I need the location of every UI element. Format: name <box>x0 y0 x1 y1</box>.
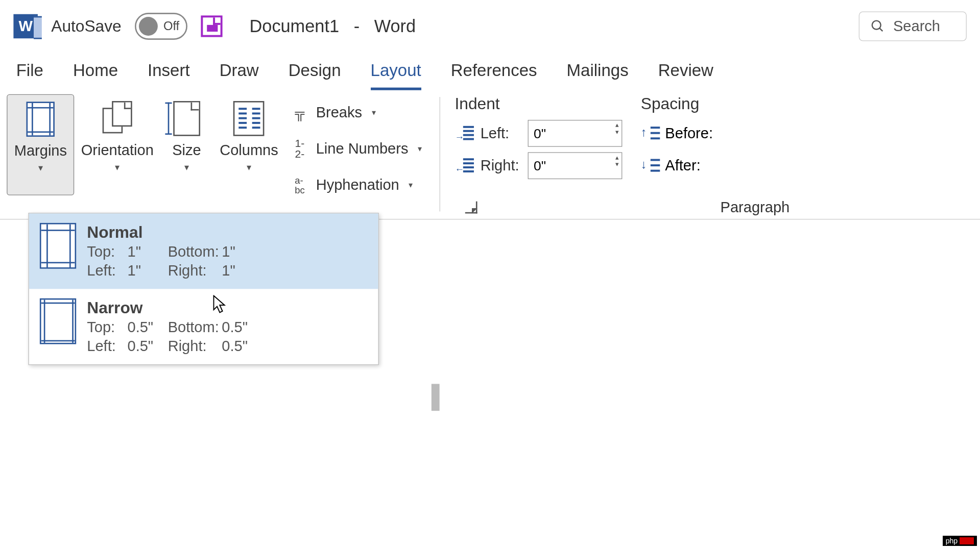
ribbon-tabs: File Home Insert Draw Design Layout Refe… <box>0 53 980 90</box>
line-numbers-icon: 1-2- <box>291 139 309 158</box>
breaks-button[interactable]: ╦ Breaks ▾ <box>291 97 422 128</box>
margins-label: Margins <box>14 142 67 160</box>
m-left-val: 0.5" <box>127 337 168 355</box>
toggle-state: Off <box>163 19 179 34</box>
indent-right-input[interactable]: 0" ▴▾ <box>528 152 622 179</box>
watermark-block <box>960 537 974 544</box>
m-left-val: 1" <box>127 262 168 279</box>
m-left-label: Left: <box>87 262 127 279</box>
m-right-label: Right: <box>168 337 222 355</box>
columns-icon <box>233 101 265 136</box>
save-icon[interactable] <box>201 15 222 37</box>
toggle-knob <box>139 17 158 36</box>
indent-group: Indent → Left: 0" ▴▾ ← Right: 0" ▴▾ <box>445 90 631 219</box>
m-left-label: Left: <box>87 337 127 355</box>
word-app-icon: W <box>13 14 38 39</box>
margins-option-normal[interactable]: Normal Top: 1" Bottom: 1" Left: 1" Right… <box>29 213 378 289</box>
line-numbers-label: Line Numbers <box>316 140 409 158</box>
size-button[interactable]: Size ▾ <box>160 94 213 195</box>
tab-design[interactable]: Design <box>289 61 341 90</box>
page-setup-small-commands: ╦ Breaks ▾ 1-2- Line Numbers ▾ a-bc Hyph… <box>285 94 427 204</box>
m-right-val: 1" <box>222 262 255 279</box>
chevron-down-icon: ▾ <box>418 144 422 153</box>
tab-mailings[interactable]: Mailings <box>567 61 629 90</box>
size-icon <box>173 101 200 136</box>
margins-dropdown-menu: Normal Top: 1" Bottom: 1" Left: 1" Right… <box>28 213 378 365</box>
page-edge <box>432 384 440 411</box>
watermark: php <box>943 536 977 546</box>
m-bottom-label: Bottom: <box>168 318 222 336</box>
tab-references[interactable]: References <box>451 61 537 90</box>
app-name: Word <box>374 16 416 36</box>
chevron-down-icon: ▾ <box>184 162 189 172</box>
columns-button[interactable]: Columns ▾ <box>213 94 285 195</box>
spacing-title: Spacing <box>641 94 713 113</box>
hyphenation-label: Hyphenation <box>316 177 399 194</box>
margins-normal-title: Normal <box>87 223 367 242</box>
title-sep: - <box>354 16 360 36</box>
m-right-val: 0.5" <box>222 337 255 355</box>
doc-name: Document1 <box>250 16 340 36</box>
indent-right-value: 0" <box>534 158 546 173</box>
breaks-icon: ╦ <box>291 103 309 122</box>
indent-left-value: 0" <box>534 126 546 141</box>
autosave-toggle[interactable]: Off <box>135 13 187 40</box>
tab-draw[interactable]: Draw <box>220 61 259 90</box>
m-bottom-label: Bottom: <box>168 243 222 261</box>
tab-review[interactable]: Review <box>658 61 713 90</box>
m-top-val: 0.5" <box>127 318 168 336</box>
indent-left-label: Left: <box>481 124 521 142</box>
spacing-before-label: Before: <box>665 124 713 142</box>
margins-button[interactable]: Margins ▾ <box>7 94 74 195</box>
chevron-down-icon: ▾ <box>115 162 119 172</box>
paragraph-group-label: Paragraph <box>647 198 863 216</box>
indent-right-label: Right: <box>481 157 521 174</box>
indent-right-icon: ← <box>455 158 474 173</box>
spinner-arrows[interactable]: ▴▾ <box>615 154 619 167</box>
search-box[interactable]: Search <box>859 11 967 41</box>
search-icon <box>870 19 885 34</box>
m-top-label: Top: <box>87 318 127 336</box>
spinner-arrows[interactable]: ▴▾ <box>615 122 619 135</box>
m-bottom-val: 0.5" <box>222 318 255 336</box>
document-title: Document1 - Word <box>250 16 416 37</box>
spacing-after-label: After: <box>665 157 700 174</box>
columns-label: Columns <box>220 141 278 159</box>
breaks-label: Breaks <box>316 104 362 121</box>
orientation-icon <box>103 101 132 136</box>
ribbon: Margins ▾ Orientation ▾ Size ▾ Columns ▾… <box>0 90 980 219</box>
tab-home[interactable]: Home <box>73 61 118 90</box>
search-placeholder: Search <box>893 17 940 35</box>
chevron-down-icon: ▾ <box>409 181 413 190</box>
orientation-button[interactable]: Orientation ▾ <box>75 94 160 195</box>
page-setup-launcher-icon[interactable] <box>465 202 477 214</box>
chevron-down-icon: ▾ <box>372 108 376 117</box>
indent-title: Indent <box>455 94 622 113</box>
chevron-down-icon: ▾ <box>247 162 251 172</box>
svg-line-1 <box>879 28 882 31</box>
m-top-val: 1" <box>127 243 168 261</box>
line-numbers-button[interactable]: 1-2- Line Numbers ▾ <box>291 133 422 164</box>
title-bar: W AutoSave Off Document1 - Word Search <box>0 0 980 53</box>
watermark-text: php <box>946 537 958 545</box>
spacing-after-icon: ↓ <box>641 158 660 174</box>
hyphenation-button[interactable]: a-bc Hyphenation ▾ <box>291 170 422 201</box>
indent-left-icon: → <box>455 126 474 141</box>
m-bottom-val: 1" <box>222 243 255 261</box>
hyphenation-icon: a-bc <box>291 176 309 195</box>
orientation-label: Orientation <box>81 141 154 159</box>
tab-file[interactable]: File <box>16 61 43 90</box>
size-label: Size <box>172 141 201 159</box>
spacing-before-icon: ↑ <box>641 126 660 142</box>
autosave-label: AutoSave <box>51 17 121 36</box>
m-top-label: Top: <box>87 243 127 261</box>
margins-option-narrow[interactable]: Narrow Top: 0.5" Bottom: 0.5" Left: 0.5"… <box>29 289 378 364</box>
margins-narrow-icon <box>40 298 76 344</box>
chevron-down-icon: ▾ <box>38 162 43 173</box>
tab-layout[interactable]: Layout <box>371 61 421 90</box>
tab-insert[interactable]: Insert <box>148 61 190 90</box>
svg-point-0 <box>872 21 881 30</box>
page-setup-group: Margins ▾ Orientation ▾ Size ▾ Columns ▾… <box>0 90 434 219</box>
indent-left-input[interactable]: 0" ▴▾ <box>528 120 622 147</box>
group-divider <box>439 97 440 211</box>
